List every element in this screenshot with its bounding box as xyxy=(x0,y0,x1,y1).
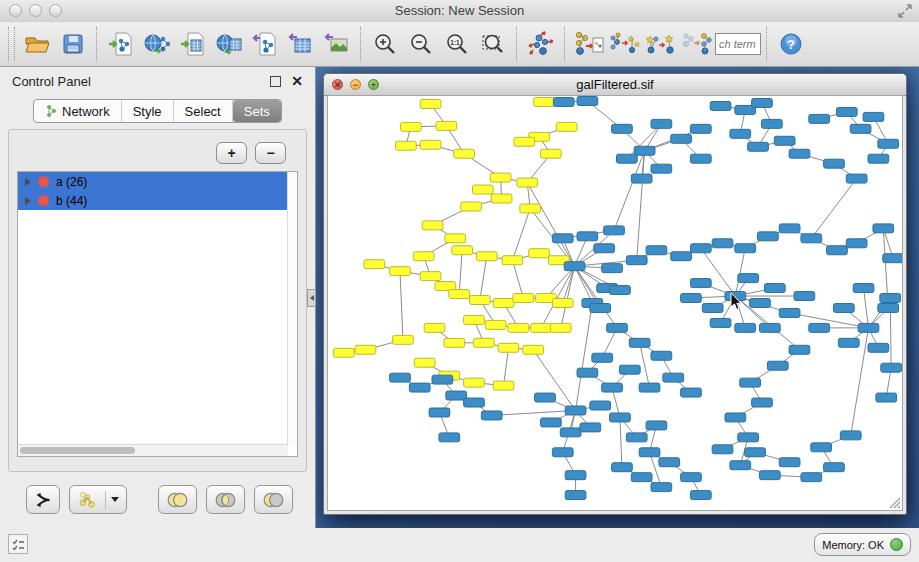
graph-node-blue[interactable] xyxy=(639,448,660,457)
import-table-file-button[interactable] xyxy=(175,25,211,63)
network-view-window[interactable]: ✕ − + galFiltered.sif xyxy=(323,73,907,515)
graph-node-blue[interactable] xyxy=(616,154,637,163)
graph-node-selected-yellow[interactable] xyxy=(523,345,544,354)
graph-node-blue[interactable] xyxy=(789,149,810,158)
zoom-in-button[interactable] xyxy=(367,25,403,63)
graph-node-blue[interactable] xyxy=(712,445,733,454)
graph-node-blue[interactable] xyxy=(565,406,586,415)
graph-node-blue[interactable] xyxy=(659,458,680,467)
import-network-file-button[interactable] xyxy=(103,25,139,63)
graph-node-selected-yellow[interactable] xyxy=(529,249,550,258)
graph-node-selected-yellow[interactable] xyxy=(517,178,538,187)
graph-node-selected-yellow[interactable] xyxy=(541,149,562,158)
graph-node-blue[interactable] xyxy=(740,378,761,387)
graph-node-blue[interactable] xyxy=(639,383,660,392)
tab-style[interactable]: Style xyxy=(122,100,174,122)
create-set-dropdown-button[interactable] xyxy=(69,485,127,514)
graph-node-blue[interactable] xyxy=(883,254,903,263)
graph-node-blue[interactable] xyxy=(577,368,598,377)
graph-node-blue[interactable] xyxy=(758,232,779,241)
set-intersection-button[interactable] xyxy=(206,485,245,514)
new-network-from-selection-button[interactable] xyxy=(571,25,607,63)
minimize-view-button[interactable]: − xyxy=(350,79,361,90)
graph-node-blue[interactable] xyxy=(592,353,613,362)
graph-node-blue[interactable] xyxy=(690,124,711,133)
graph-node-blue[interactable] xyxy=(651,119,672,128)
graph-node-blue[interactable] xyxy=(535,393,556,402)
graph-node-blue[interactable] xyxy=(552,448,573,457)
export-image-button[interactable] xyxy=(319,25,355,63)
graph-node-blue[interactable] xyxy=(681,294,702,303)
graph-node-blue[interactable] xyxy=(690,279,711,288)
graph-node-selected-yellow[interactable] xyxy=(476,252,497,261)
graph-node-selected-yellow[interactable] xyxy=(420,140,441,149)
graph-node-blue[interactable] xyxy=(671,134,692,143)
graph-node-blue[interactable] xyxy=(712,239,733,248)
select-from-network-a-button[interactable] xyxy=(643,25,679,63)
graph-node-selected-yellow[interactable] xyxy=(355,345,376,354)
graph-node-selected-yellow[interactable] xyxy=(333,348,354,357)
graph-node-blue[interactable] xyxy=(631,174,652,183)
graph-node-blue[interactable] xyxy=(663,373,684,382)
graph-node-selected-yellow[interactable] xyxy=(445,234,466,243)
graph-node-blue[interactable] xyxy=(629,338,650,347)
graph-node-blue[interactable] xyxy=(735,323,756,332)
graph-node-blue[interactable] xyxy=(690,154,711,163)
graph-node-blue[interactable] xyxy=(429,408,450,417)
graph-node-blue[interactable] xyxy=(761,119,782,128)
network-canvas[interactable] xyxy=(327,95,903,511)
graph-node-blue[interactable] xyxy=(710,101,731,110)
graph-edge[interactable] xyxy=(480,256,487,300)
graph-node-blue[interactable] xyxy=(681,473,702,482)
first-neighbors-button[interactable] xyxy=(607,25,643,63)
graph-node-blue[interactable] xyxy=(779,458,800,467)
graph-node-blue[interactable] xyxy=(631,473,652,482)
help-button[interactable]: ? xyxy=(773,25,809,63)
graph-node-blue[interactable] xyxy=(801,473,822,482)
graph-node-selected-yellow[interactable] xyxy=(490,173,511,182)
graph-node-blue[interactable] xyxy=(602,264,623,273)
graph-node-blue[interactable] xyxy=(738,433,759,442)
graph-node-blue[interactable] xyxy=(602,383,623,392)
graph-node-selected-yellow[interactable] xyxy=(473,338,494,347)
graph-node-blue[interactable] xyxy=(604,226,625,235)
graph-node-blue[interactable] xyxy=(868,154,889,163)
memory-status-button[interactable]: Memory: OK xyxy=(814,533,911,556)
export-table-button[interactable] xyxy=(283,25,319,63)
graph-node-blue[interactable] xyxy=(702,304,723,313)
graph-edge[interactable] xyxy=(576,303,593,410)
graph-node-blue[interactable] xyxy=(590,304,611,313)
graph-edge[interactable] xyxy=(701,248,736,296)
graph-node-blue[interactable] xyxy=(809,323,830,332)
graph-node-blue[interactable] xyxy=(873,224,894,233)
zoom-selected-button[interactable] xyxy=(475,25,511,63)
graph-node-blue[interactable] xyxy=(730,129,751,138)
graph-node-blue[interactable] xyxy=(838,338,859,347)
graph-node-selected-yellow[interactable] xyxy=(420,272,441,281)
disclosure-triangle-icon[interactable] xyxy=(25,178,31,186)
graph-node-blue[interactable] xyxy=(750,299,771,308)
graph-node-selected-yellow[interactable] xyxy=(461,202,482,211)
graph-node-blue[interactable] xyxy=(390,373,411,382)
graph-node-selected-yellow[interactable] xyxy=(452,246,473,255)
graph-node-selected-yellow[interactable] xyxy=(396,141,417,150)
graph-node-blue[interactable] xyxy=(878,139,899,148)
add-set-button[interactable]: + xyxy=(216,142,247,164)
remove-set-button[interactable]: − xyxy=(255,142,286,164)
graph-edge[interactable] xyxy=(811,179,856,239)
graph-node-blue[interactable] xyxy=(619,365,640,374)
graph-node-selected-yellow[interactable] xyxy=(531,323,552,332)
graph-node-blue[interactable] xyxy=(690,244,711,253)
graph-edge[interactable] xyxy=(512,208,530,260)
graph-node-selected-yellow[interactable] xyxy=(485,320,506,329)
graph-node-blue[interactable] xyxy=(671,252,692,261)
graph-node-blue[interactable] xyxy=(409,383,430,392)
graph-node-selected-yellow[interactable] xyxy=(364,260,385,269)
graph-node-selected-yellow[interactable] xyxy=(493,381,514,390)
graph-node-blue[interactable] xyxy=(626,256,647,265)
graph-edge[interactable] xyxy=(400,271,403,340)
graph-node-blue[interactable] xyxy=(577,232,598,241)
graph-node-blue[interactable] xyxy=(541,418,562,427)
graph-node-blue[interactable] xyxy=(565,491,586,500)
graph-node-blue[interactable] xyxy=(846,174,867,183)
